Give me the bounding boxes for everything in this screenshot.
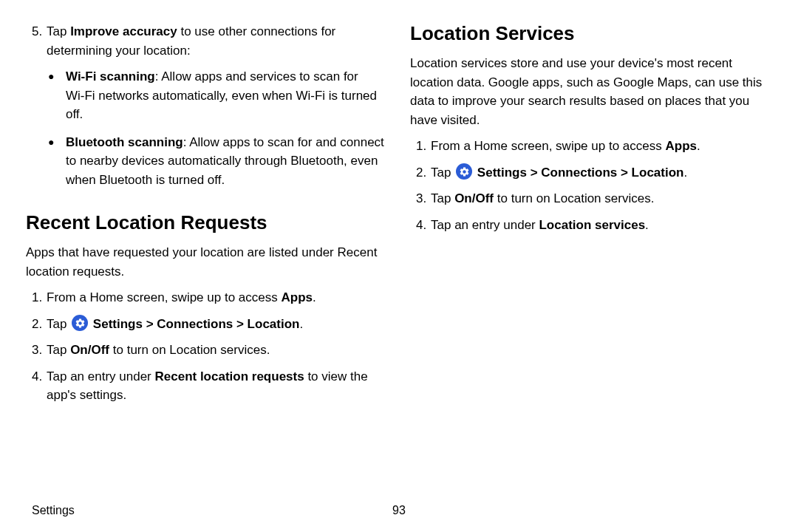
heading-location-services: Location Services [410, 22, 772, 45]
text: . [645, 218, 649, 232]
bullet-content: Bluetooth scanning: Allow apps to scan f… [66, 133, 388, 190]
footer-section: Settings [32, 504, 75, 517]
settings-icon [456, 163, 472, 180]
step-1: 1. From a Home screen, swipe up to acces… [410, 137, 772, 156]
list-content: Tap Settings > Connections > Location. [47, 315, 388, 334]
list-content: From a Home screen, swipe up to access A… [47, 288, 388, 307]
bullet-icon: ● [48, 133, 66, 190]
step-3: 3. Tap On/Off to turn on Location servic… [410, 189, 772, 208]
text: . [697, 139, 700, 153]
list-number: 4. [26, 367, 47, 405]
list-content: Tap On/Off to turn on Location services. [431, 189, 772, 208]
text: Tap [431, 191, 454, 205]
step-2: 2. Tap Settings > Connections > Location… [26, 315, 388, 334]
text: Tap an entry under [47, 369, 154, 383]
text: From a Home screen, swipe up to access [431, 139, 665, 153]
content-area: 5. Tap Improve accuracy to use other con… [26, 22, 772, 489]
settings-icon [72, 315, 88, 331]
path-text: Settings > Connections > Location [474, 166, 683, 180]
list-number: 1. [26, 288, 47, 307]
list-number: 5. [26, 22, 47, 60]
right-column: Location Services Location services stor… [410, 22, 772, 489]
bold-text: Bluetooth scanning [66, 135, 183, 149]
step-4: 4. Tap an entry under Location services. [410, 216, 772, 235]
text: Tap [431, 166, 454, 180]
text: . [313, 290, 316, 304]
bold-text: Location services [539, 218, 645, 232]
list-content: From a Home screen, swipe up to access A… [431, 137, 772, 156]
list-number: 3. [26, 341, 47, 360]
step-3: 3. Tap On/Off to turn on Location servic… [26, 341, 388, 360]
list-content: Tap an entry under Location services. [431, 216, 772, 235]
bullet-wifi: ● Wi‑Fi scanning: Allow apps and service… [48, 67, 388, 124]
heading-recent-requests: Recent Location Requests [26, 211, 388, 234]
text: . [683, 166, 687, 180]
bold-text: On/Off [454, 191, 494, 205]
text: to turn on Location services. [494, 191, 654, 205]
list-content: Tap On/Off to turn on Location services. [47, 341, 388, 360]
page-number: 93 [392, 504, 406, 517]
text: . [299, 317, 303, 331]
list-number: 4. [410, 216, 431, 235]
text: From a Home screen, swipe up to access [47, 290, 281, 304]
list-content: Tap Settings > Connections > Location. [431, 163, 772, 183]
list-number: 3. [410, 189, 431, 208]
bold-text: On/Off [70, 343, 109, 357]
bold-text: Apps [281, 290, 313, 304]
text: Tap [47, 317, 70, 331]
intro-text: Location services store and use your dev… [410, 54, 772, 129]
path-text: Settings > Connections > Location [89, 317, 299, 331]
footer: Settings 93 [26, 504, 772, 517]
list-content: Tap Improve accuracy to use other connec… [47, 22, 388, 60]
step-1: 1. From a Home screen, swipe up to acces… [26, 288, 388, 307]
list-number: 2. [26, 315, 47, 334]
text: Tap [47, 343, 70, 357]
bold-text: Recent location requests [154, 369, 304, 383]
bullet-bluetooth: ● Bluetooth scanning: Allow apps to scan… [48, 133, 388, 190]
intro-text: Apps that have requested your location a… [26, 243, 388, 281]
text: to turn on Location services. [109, 343, 270, 357]
bold-text: Wi‑Fi scanning [66, 69, 155, 83]
text: Tap [47, 24, 70, 38]
left-column: 5. Tap Improve accuracy to use other con… [26, 22, 388, 489]
list-number: 1. [410, 137, 431, 156]
step-2: 2. Tap Settings > Connections > Location… [410, 163, 772, 183]
bullet-icon: ● [48, 67, 66, 124]
step-4: 4. Tap an entry under Recent location re… [26, 367, 388, 405]
list-content: Tap an entry under Recent location reque… [47, 367, 388, 405]
bold-text: Improve accuracy [70, 24, 177, 38]
bold-text: Apps [665, 139, 697, 153]
text: Tap an entry under [431, 218, 539, 232]
bullet-content: Wi‑Fi scanning: Allow apps and services … [66, 67, 388, 124]
list-number: 2. [410, 163, 431, 183]
list-item-5: 5. Tap Improve accuracy to use other con… [26, 22, 388, 60]
